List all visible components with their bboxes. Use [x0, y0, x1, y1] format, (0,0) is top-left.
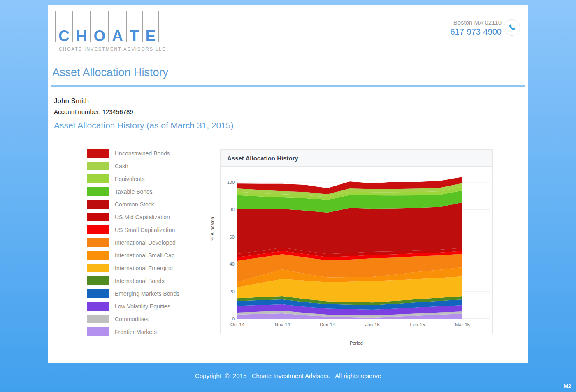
client-name: John Smith	[54, 97, 89, 105]
logo-letter: O	[91, 30, 108, 42]
section-subtitle: Asset Allocation History (as of March 31…	[54, 121, 234, 130]
y-tick-label: 0	[232, 316, 235, 321]
y-tick-label: 20	[230, 289, 235, 294]
legend-label: US Mid Capitalization	[115, 214, 170, 220]
logo-tagline: CHOATE INVESTMENT ADVISORS LLC	[59, 46, 166, 51]
logo-letter: E	[143, 30, 159, 42]
legend-label: International Bonds	[115, 278, 165, 284]
legend-item-unconstrained-bonds: Unconstrained Bonds	[87, 149, 179, 158]
legend-item-equivalents: Equivalents	[87, 174, 179, 183]
y-tick-label: 40	[230, 262, 235, 267]
legend-swatch	[87, 251, 109, 260]
legend-swatch	[87, 276, 109, 285]
legend-label: Cash	[115, 163, 128, 169]
legend-item-international-developed: International Developed	[87, 238, 179, 247]
chart-panel-title: Asset Allocation History	[221, 150, 492, 167]
logo-letter: H	[73, 30, 90, 42]
client-account-number: Account number: 123456789	[54, 108, 133, 115]
logo-letter: C	[56, 30, 72, 42]
y-tick-label: 80	[230, 207, 235, 212]
page-title: Asset Allocation History	[52, 66, 168, 79]
x-tick-label: Jan-15	[365, 322, 380, 327]
legend-item-commodities: Commodities	[87, 315, 179, 323]
chart-legend: Unconstrained BondsCashEquivalentsTaxabl…	[87, 149, 179, 340]
legend-swatch	[87, 174, 109, 183]
logo-letters: CHOATE	[55, 11, 166, 42]
page-code: M2	[564, 383, 571, 389]
legend-swatch	[87, 302, 109, 311]
legend-label: Commodities	[115, 316, 149, 322]
x-tick-label: Oct-14	[230, 322, 245, 327]
x-axis-label: Period	[332, 341, 381, 346]
logo-letter: T	[127, 30, 142, 42]
legend-item-international-bonds: International Bonds	[87, 276, 179, 285]
chart-panel: Asset Allocation History 020406080100Oct…	[220, 149, 493, 334]
legend-label: International Small Cap	[115, 252, 175, 259]
phone-handset-icon	[508, 24, 516, 31]
legend-item-cash: Cash	[87, 162, 179, 170]
y-tick-label: 60	[230, 234, 235, 239]
legend-label: Low Volatility Equities	[115, 303, 170, 310]
legend-label: Common Stock	[115, 201, 154, 208]
legend-item-common-stock: Common Stock	[87, 200, 179, 209]
legend-item-frontier-markets: Frontier Markets	[87, 327, 179, 336]
legend-swatch	[87, 238, 109, 247]
legend-item-taxable-bonds: Taxable Bonds	[87, 187, 179, 196]
report-card: CHOATE CHOATE INVESTMENT ADVISORS LLC Bo…	[48, 5, 528, 363]
legend-item-emerging-markets-bonds: Emerging Markets Bonds	[87, 289, 179, 298]
x-tick-label: Nov-14	[275, 322, 290, 327]
y-axis-label: % Allocaton	[210, 204, 216, 253]
title-underline-bar	[51, 85, 525, 87]
legend-item-international-small-cap: International Small Cap	[87, 251, 179, 260]
legend-swatch	[87, 200, 109, 209]
x-tick-label: Mar-15	[455, 322, 470, 327]
area-common-stock	[237, 202, 462, 254]
legend-label: International Developed	[115, 239, 176, 246]
legend-swatch	[87, 187, 109, 196]
legend-swatch	[87, 315, 109, 323]
contact-block: Boston MA 02110 617-973-4900	[450, 19, 502, 37]
legend-swatch	[87, 264, 109, 272]
legend-label: Emerging Markets Bonds	[115, 290, 179, 297]
legend-swatch	[87, 327, 109, 336]
chart-plot-area: 020406080100Oct-14Nov-14Dec-14Jan-15Feb-…	[221, 167, 492, 334]
contact-location: Boston MA 02110	[450, 19, 502, 26]
phone-number[interactable]: 617-973-4900	[450, 27, 502, 37]
legend-swatch	[87, 162, 109, 170]
page-background: { "logo": { "letters": ["C","H","O","A",…	[0, 0, 576, 392]
x-tick-label: Feb-15	[410, 322, 425, 327]
legend-label: US Small Capitalization	[115, 227, 175, 233]
legend-label: Unconstrained Bonds	[115, 150, 170, 157]
legend-item-us-mid-capitalization: US Mid Capitalization	[87, 213, 179, 221]
legend-label: Frontier Markets	[115, 329, 157, 335]
legend-label: Taxable Bonds	[115, 188, 153, 195]
legend-swatch	[87, 213, 109, 221]
logo-bar	[158, 11, 159, 42]
choate-logo: CHOATE CHOATE INVESTMENT ADVISORS LLC	[55, 11, 166, 51]
logo-letter: A	[109, 30, 126, 42]
legend-label: Equivalents	[115, 176, 144, 182]
x-tick-label: Dec-14	[320, 322, 335, 327]
phone-button[interactable]	[504, 19, 520, 36]
legend-item-us-small-capitalization: US Small Capitalization	[87, 225, 179, 234]
legend-swatch	[87, 149, 109, 158]
y-tick-label: 100	[227, 180, 235, 185]
legend-item-international-emerging: International Emerging	[87, 264, 179, 272]
legend-swatch	[87, 225, 109, 234]
header-divider	[48, 58, 528, 58]
stacked-area-chart: 020406080100Oct-14Nov-14Dec-14Jan-15Feb-…	[221, 167, 492, 334]
legend-label: International Emerging	[115, 265, 173, 271]
copyright-text: Copyright © 2015 Choate Investment Advis…	[0, 372, 576, 379]
legend-item-low-volatility-equities: Low Volatility Equities	[87, 302, 179, 311]
legend-swatch	[87, 289, 109, 298]
